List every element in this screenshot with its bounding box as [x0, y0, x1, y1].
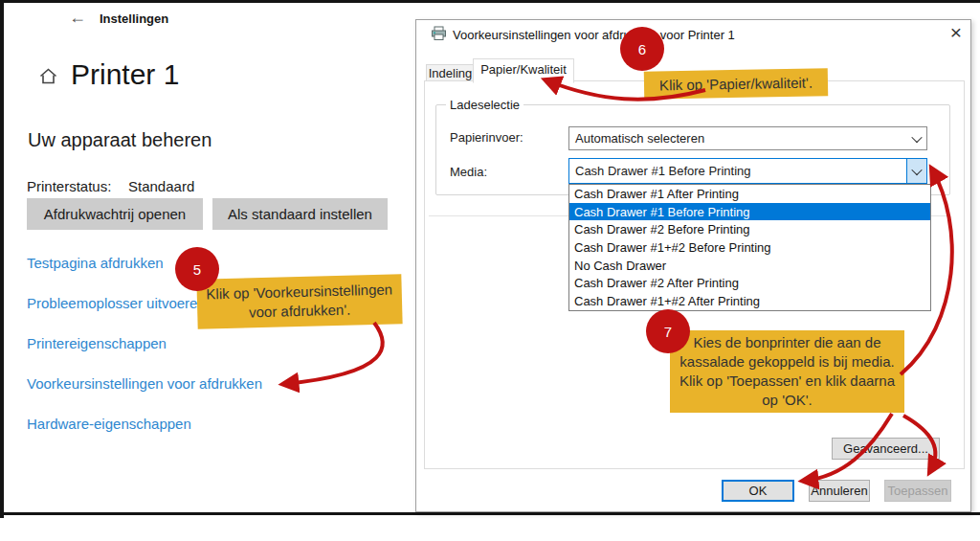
media-label: Media: [450, 165, 487, 179]
tab-papier-kwaliteit[interactable]: Papier/Kwaliteit [473, 58, 574, 83]
callout-text: voor afdrukken'. [197, 299, 402, 324]
dropdown-option[interactable]: No Cash Drawer [569, 257, 930, 275]
advanced-button[interactable]: Geavanceerd... [832, 438, 940, 460]
callout-step-5: Klik op 'Voorkeursinstellingen voor afdr… [196, 274, 402, 329]
callout-step-6: Klik op 'Papier/kwaliteit'. [644, 68, 828, 99]
dropdown-option[interactable]: Cash Drawer #1+#2 Before Printing [569, 238, 930, 257]
paper-source-value: Automatisch selecteren [569, 131, 907, 146]
home-icon [37, 65, 59, 91]
link-printing-preferences[interactable]: Voorkeursinstellingen voor afdrukken [27, 375, 262, 392]
back-arrow-icon[interactable]: ← [69, 8, 86, 28]
set-as-default-button[interactable]: Als standaard instellen [212, 198, 388, 230]
callout-text: Klik op 'Toepassen' en klik daarna [670, 372, 904, 391]
chevron-down-icon[interactable] [906, 159, 926, 183]
settings-header: Instellingen [100, 11, 168, 26]
callout-text: kassalade gekoppeld is bij media. [670, 352, 904, 372]
close-icon[interactable]: × [950, 22, 962, 43]
dropdown-option-selected[interactable]: Cash Drawer #1 Before Printing [569, 203, 930, 221]
dropdown-option[interactable]: Cash Drawer #1 After Printing [569, 185, 930, 203]
open-print-queue-button[interactable]: Afdrukwachtrij openen [27, 198, 203, 230]
callout-text: Klik op 'Papier/kwaliteit'. [644, 73, 828, 95]
printer-icon [431, 26, 447, 44]
printer-status-label: Printerstatus: [27, 178, 111, 194]
dropdown-option[interactable]: Cash Drawer #1+#2 After Printing [569, 292, 930, 310]
section-heading: Uw apparaat beheren [28, 129, 212, 151]
dropdown-option[interactable]: Cash Drawer #2 Before Printing [569, 220, 930, 238]
media-dropdown-list: Cash Drawer #1 After Printing Cash Drawe… [568, 184, 931, 311]
step-badge-6: 6 [620, 27, 664, 71]
chevron-down-icon[interactable] [907, 127, 926, 149]
callout-text: Kies de bonprinter die aan de [670, 333, 904, 352]
page-title: Printer 1 [71, 58, 179, 91]
link-print-test-page[interactable]: Testpagina afdrukken [27, 255, 164, 271]
callout-text: op 'OK'. [670, 391, 904, 410]
apply-button-disabled: Toepassen [884, 480, 951, 502]
arrow-to-preferences-link [284, 323, 383, 384]
frame-border-top [0, 0, 980, 3]
dropdown-option[interactable]: Cash Drawer #2 After Printing [569, 275, 930, 293]
frame-border-left [0, 0, 4, 518]
dialog-title: Voorkeursinstellingen voor afdrukken voo… [453, 28, 735, 42]
printer-status-value: Standaard [128, 178, 194, 194]
step-badge-5: 5 [175, 247, 219, 291]
media-value: Cash Drawer #1 Before Printing [569, 164, 906, 178]
paper-source-label: Papierinvoer: [450, 130, 523, 145]
link-run-troubleshooter[interactable]: Probleemoplosser uitvoeren [27, 295, 206, 311]
frame-border-bottom [0, 512, 980, 515]
media-combobox[interactable]: Cash Drawer #1 Before Printing [568, 158, 927, 184]
paper-source-combobox[interactable]: Automatisch selecteren [568, 126, 927, 150]
link-hardware-properties[interactable]: Hardware-eigenschappen [27, 416, 191, 432]
link-printer-properties[interactable]: Printereigenschappen [27, 335, 167, 351]
cancel-button[interactable]: Annuleren [809, 480, 870, 502]
step-badge-7: 7 [646, 309, 690, 353]
tray-selection-label: Ladeselectie [446, 98, 523, 112]
ok-button[interactable]: OK [722, 480, 794, 502]
screenshot: ← Instellingen Printer 1 Uw apparaat beh… [0, 0, 980, 541]
tab-indeling[interactable]: Indeling [426, 64, 475, 81]
callout-step-7: Kies de bonprinter die aan de kassalade … [670, 330, 904, 413]
